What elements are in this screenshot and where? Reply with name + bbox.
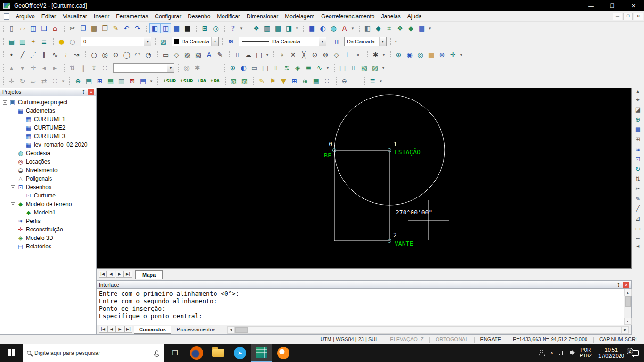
menu-arquivo[interactable]: Arquivo bbox=[12, 11, 38, 22]
menu-ajuda[interactable]: Ajuda bbox=[404, 11, 425, 22]
arc-icon[interactable]: ◠ bbox=[132, 49, 143, 60]
tree-item-nivelamento[interactable]: ◒Nivelamento bbox=[0, 166, 96, 174]
zoom-previous-icon[interactable]: ⊛ bbox=[437, 49, 447, 60]
tree-item-lev-romario-02-2020[interactable]: ▦lev_romario_02-2020 bbox=[0, 140, 96, 149]
tree-item-curtume[interactable]: ⊡Curtume bbox=[0, 191, 96, 200]
drawing-canvas[interactable]: 0 RE 1 ESTAÇÃO 2 VANTE 270°00'00" bbox=[97, 88, 632, 269]
chevron-down-icon[interactable]: ▾ bbox=[319, 37, 326, 46]
georef-list-icon[interactable]: ▤ bbox=[138, 76, 149, 86]
hatch-dark-icon[interactable]: ▨ bbox=[370, 63, 380, 73]
menu-georreferenciamento[interactable]: Georreferenciamento bbox=[318, 11, 378, 22]
box-rail-icon[interactable]: ⊡ bbox=[633, 154, 643, 164]
scroll-down-icon[interactable]: ▼ bbox=[624, 318, 632, 325]
measure-icon[interactable]: ⌖ bbox=[633, 95, 643, 105]
network-icon[interactable] bbox=[556, 351, 566, 355]
rail-scroll-down-icon[interactable]: ◀ bbox=[633, 243, 643, 249]
label-box-icon[interactable]: ▭ bbox=[249, 63, 260, 73]
ortho-toggle[interactable]: ORTOGONAL bbox=[429, 337, 474, 343]
tree-item-loca-es[interactable]: ◎Locações bbox=[0, 157, 96, 166]
rail-scroll-up-icon[interactable]: ▲ bbox=[633, 89, 643, 95]
slope-icon[interactable]: ∥ bbox=[78, 63, 89, 73]
zoom-more-icon[interactable]: ▾ bbox=[458, 49, 464, 60]
symbols-icon[interactable]: ❖ bbox=[395, 23, 405, 33]
scroll-left-icon[interactable]: ◀ bbox=[227, 326, 235, 333]
panel-close-icon[interactable]: ✕ bbox=[88, 89, 94, 95]
task-view-button[interactable]: ❐ bbox=[164, 344, 186, 362]
ellipse-icon[interactable]: ◯ bbox=[121, 49, 132, 60]
tree-item-curtume3[interactable]: ▦CURTUME3 bbox=[0, 132, 96, 140]
flag-icon[interactable]: ⚑ bbox=[267, 76, 278, 86]
cmd-first-icon[interactable]: |◀ bbox=[99, 326, 107, 333]
view-split-icon[interactable]: ◫ bbox=[160, 23, 171, 33]
spline-icon[interactable]: ≀ bbox=[60, 49, 71, 60]
view-single-icon[interactable]: ◧ bbox=[149, 23, 160, 33]
tree-item-curtume-geoproject[interactable]: −▣Curtume.geoproject bbox=[0, 98, 96, 107]
snap-node-icon[interactable]: ⊚ bbox=[320, 49, 331, 60]
vertex-prev-icon[interactable]: ◂ bbox=[39, 63, 50, 73]
snap-toggle[interactable]: ENGATE bbox=[474, 337, 507, 343]
snap-midpoint-icon[interactable]: ╳ bbox=[298, 49, 309, 60]
menu-desenho[interactable]: Desenho bbox=[184, 11, 214, 22]
volume-icon[interactable] bbox=[566, 351, 577, 354]
document-icon[interactable] bbox=[4, 13, 9, 20]
linetype-combobox[interactable]: Da Camada ▾ bbox=[239, 37, 326, 46]
menu-visualizar[interactable]: Visualizar bbox=[59, 11, 91, 22]
validate-frame-icon[interactable]: ▨ bbox=[239, 76, 250, 86]
scrollbar-thumb[interactable] bbox=[235, 327, 248, 333]
sheet-icon[interactable]: ▤ bbox=[337, 63, 348, 73]
corner-rail-icon[interactable]: ⌐ bbox=[633, 233, 643, 243]
microphone-icon[interactable] bbox=[155, 350, 158, 355]
tree-item-poligonais[interactable]: △Poligonais bbox=[0, 174, 96, 183]
georef-more-icon[interactable]: ▾ bbox=[149, 76, 154, 86]
vertex-next-icon[interactable]: ▸ bbox=[50, 63, 60, 73]
data-grid-icon[interactable]: ▦ bbox=[306, 23, 317, 33]
elevation-swap-icon[interactable]: ⇅ bbox=[67, 63, 78, 73]
zoom-window-icon[interactable]: ◎ bbox=[415, 49, 426, 60]
tree-expander-icon[interactable]: − bbox=[11, 202, 15, 206]
pie-icon[interactable]: ◔ bbox=[143, 49, 154, 60]
map-first-icon[interactable]: |◀ bbox=[99, 271, 107, 278]
fill-style-icon[interactable]: ▨ bbox=[158, 36, 169, 47]
tree-item-modelo-de-terreno[interactable]: −◆Modelo de terreno bbox=[0, 200, 96, 208]
layers-stack-icon[interactable]: ≣ bbox=[367, 76, 378, 86]
terrain-more-icon[interactable]: ▾ bbox=[325, 63, 330, 73]
offset-vertical-icon[interactable]: ↕ bbox=[89, 63, 99, 73]
tab-processamentos[interactable]: Processamentos bbox=[172, 326, 220, 334]
hatch-green-icon[interactable]: ▧ bbox=[359, 63, 370, 73]
sheets-more-icon[interactable]: ▾ bbox=[380, 63, 386, 73]
scroll-right-icon[interactable]: ▶ bbox=[621, 326, 629, 333]
settings-icon[interactable]: ✱ bbox=[192, 63, 203, 73]
profile-icon[interactable]: ∿ bbox=[314, 63, 325, 73]
pin-icon[interactable]: ↧ bbox=[615, 281, 622, 288]
map-next-icon[interactable]: ▶ bbox=[116, 271, 124, 278]
action-center-button[interactable]: 2 bbox=[626, 350, 644, 356]
lineweight-icon[interactable]: ||| bbox=[333, 36, 341, 47]
tree-item-curtume2[interactable]: ▦CURTUME2 bbox=[0, 123, 96, 132]
wipeout-icon[interactable]: ▢ bbox=[254, 49, 264, 60]
pin-icon[interactable]: ↧ bbox=[80, 89, 87, 95]
taskbar-app-viewer[interactable] bbox=[272, 344, 294, 362]
revision-cloud-icon[interactable]: ☁ bbox=[243, 49, 254, 60]
tree-item-relat-rios[interactable]: ▤Relatórios bbox=[0, 242, 96, 251]
command-output[interactable]: Entre com o primeiro alinhamento <0°>: E… bbox=[97, 289, 632, 325]
annotate-icon[interactable]: ▤ bbox=[260, 63, 271, 73]
contours-icon[interactable]: ≋ bbox=[281, 63, 292, 73]
tree-item-geod-sia[interactable]: ◍Geodésia bbox=[0, 149, 96, 157]
transform-move-icon[interactable]: ✛ bbox=[6, 76, 17, 86]
tree-item-cadernetas[interactable]: −▦Cadernetas bbox=[0, 107, 96, 115]
interface-vscrollbar[interactable]: ▲ ▼ bbox=[624, 289, 631, 325]
dots-icon[interactable]: ∷ bbox=[322, 76, 332, 86]
tree-item-curtume1[interactable]: ▦CURTUME1 bbox=[0, 115, 96, 123]
pan-icon[interactable]: ✛ bbox=[447, 49, 458, 60]
import-shp-icon[interactable]: ↑SHP bbox=[178, 76, 195, 86]
linetype-icon[interactable]: ≋ bbox=[225, 36, 236, 47]
panel-layers-icon[interactable]: ▥ bbox=[262, 23, 272, 33]
start-button[interactable] bbox=[0, 344, 23, 362]
line-icon[interactable]: ╱ bbox=[17, 49, 28, 60]
menu-modelagem[interactable]: Modelagem bbox=[281, 11, 318, 22]
lineweight-combobox[interactable]: Da Camada ▾ bbox=[344, 37, 387, 46]
offset-settings-icon[interactable]: ∷ bbox=[99, 63, 110, 73]
taskbar-clock[interactable]: 10:51 17/02/2020 bbox=[595, 347, 626, 359]
menu-ferramentas[interactable]: Ferramentas bbox=[113, 11, 151, 22]
scrollbar-thumb[interactable] bbox=[625, 296, 631, 307]
